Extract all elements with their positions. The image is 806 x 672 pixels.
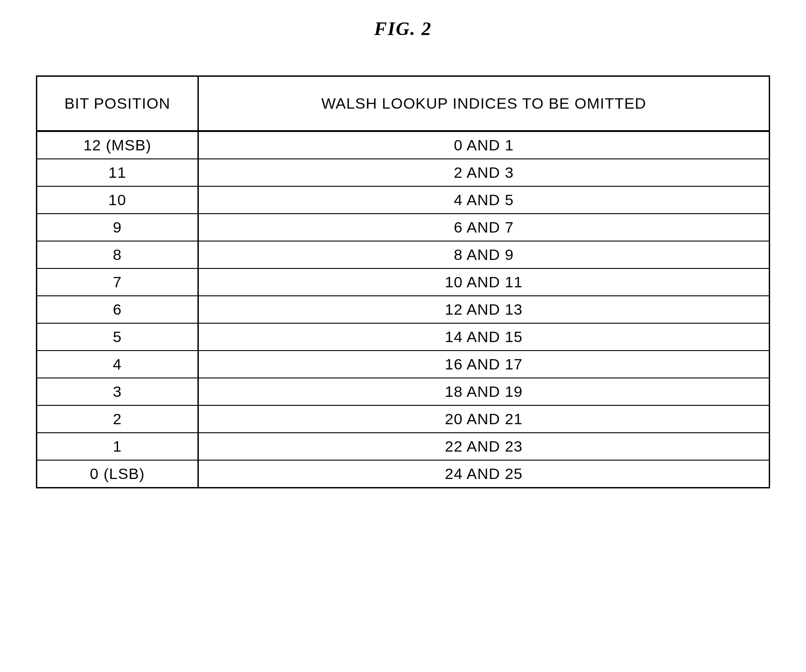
cell-bit-position: 11 <box>37 159 198 186</box>
cell-indices: 6 AND 7 <box>198 214 769 241</box>
cell-indices: 8 AND 9 <box>198 241 769 268</box>
figure-title: FIG. 2 <box>374 18 432 40</box>
table-row: 8 8 AND 9 <box>37 241 769 268</box>
cell-indices: 16 AND 17 <box>198 351 769 378</box>
table-row: 10 4 AND 5 <box>37 186 769 214</box>
table-row: 1 22 AND 23 <box>37 433 769 460</box>
data-table: BIT POSITION WALSH LOOKUP INDICES TO BE … <box>37 77 769 487</box>
cell-indices: 14 AND 15 <box>198 323 769 351</box>
table-row: 6 12 AND 13 <box>37 296 769 323</box>
cell-bit-position: 6 <box>37 296 198 323</box>
table-row: 3 18 AND 19 <box>37 378 769 405</box>
cell-bit-position: 3 <box>37 378 198 405</box>
cell-bit-position: 9 <box>37 214 198 241</box>
cell-indices: 12 AND 13 <box>198 296 769 323</box>
table-row: 0 (LSB) 24 AND 25 <box>37 460 769 487</box>
cell-bit-position: 1 <box>37 433 198 460</box>
cell-indices: 24 AND 25 <box>198 460 769 487</box>
cell-bit-position: 2 <box>37 405 198 433</box>
table-row: 7 10 AND 11 <box>37 268 769 296</box>
cell-indices: 10 AND 11 <box>198 268 769 296</box>
cell-bit-position: 0 (LSB) <box>37 460 198 487</box>
cell-indices: 20 AND 21 <box>198 405 769 433</box>
cell-bit-position: 5 <box>37 323 198 351</box>
cell-bit-position: 4 <box>37 351 198 378</box>
cell-bit-position: 8 <box>37 241 198 268</box>
table-header-row: BIT POSITION WALSH LOOKUP INDICES TO BE … <box>37 77 769 131</box>
cell-bit-position: 7 <box>37 268 198 296</box>
table-row: 4 16 AND 17 <box>37 351 769 378</box>
cell-indices: 4 AND 5 <box>198 186 769 214</box>
table-row: 11 2 AND 3 <box>37 159 769 186</box>
table-container: BIT POSITION WALSH LOOKUP INDICES TO BE … <box>36 75 770 488</box>
cell-indices: 22 AND 23 <box>198 433 769 460</box>
table-row: 9 6 AND 7 <box>37 214 769 241</box>
table-body: 12 (MSB) 0 AND 1 11 2 AND 3 10 4 AND 5 9… <box>37 131 769 487</box>
header-walsh-indices: WALSH LOOKUP INDICES TO BE OMITTED <box>198 77 769 131</box>
cell-indices: 18 AND 19 <box>198 378 769 405</box>
table-row: 5 14 AND 15 <box>37 323 769 351</box>
cell-indices: 2 AND 3 <box>198 159 769 186</box>
table-row: 2 20 AND 21 <box>37 405 769 433</box>
cell-indices: 0 AND 1 <box>198 131 769 159</box>
header-bit-position: BIT POSITION <box>37 77 198 131</box>
cell-bit-position: 10 <box>37 186 198 214</box>
cell-bit-position: 12 (MSB) <box>37 131 198 159</box>
table-row: 12 (MSB) 0 AND 1 <box>37 131 769 159</box>
